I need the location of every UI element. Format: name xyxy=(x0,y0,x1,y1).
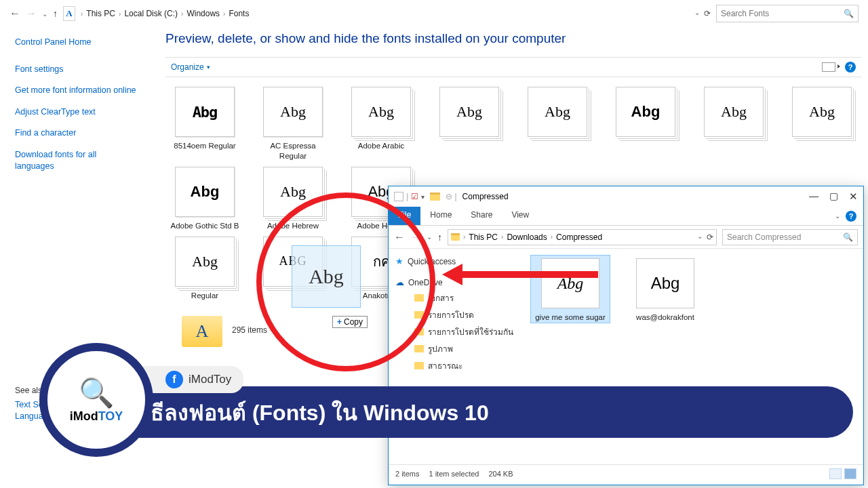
font-item[interactable]: AbgAdobe Gothic Std B xyxy=(165,167,244,231)
fonts-location-icon: A xyxy=(63,6,75,21)
breadcrumb[interactable]: › This PC› Local Disk (C:)› Windows› Fon… xyxy=(81,9,689,18)
details-view-icon[interactable] xyxy=(829,468,842,479)
search-icon: 🔍 xyxy=(843,232,853,242)
up-button[interactable]: ↑ xyxy=(53,8,58,19)
help-icon[interactable]: ? xyxy=(846,211,856,222)
star-icon: ★ xyxy=(395,256,403,266)
address-dropdown-icon[interactable]: ⌄ xyxy=(697,232,703,242)
address-dropdown-icon[interactable]: ⌄ xyxy=(694,9,700,18)
item-count: 295 items xyxy=(232,325,267,335)
font-sample: Abg xyxy=(263,87,323,137)
title-banner: วิธีลงฟอนต์ (Fonts) ใน Windows 10 xyxy=(121,386,853,438)
maximize-button[interactable]: ▢ xyxy=(829,190,838,203)
font-sample: Abg xyxy=(792,87,852,137)
font-label: AC Espressa Regular xyxy=(256,141,330,161)
tab-share[interactable]: Share xyxy=(461,207,502,225)
refresh-icon[interactable]: ⟳ xyxy=(704,9,711,18)
close-button[interactable]: ✕ xyxy=(849,190,858,203)
status-bar: 2 items 1 item selected 204 KB xyxy=(389,464,863,482)
breadcrumb[interactable]: › This PC› Downloads› Compressed ⌄ ⟳ xyxy=(448,229,717,245)
address-bar: ← → ⌄ ↑ A › This PC› Local Disk (C:)› Wi… xyxy=(0,0,868,27)
font-item[interactable]: AbgRegular xyxy=(165,237,244,301)
font-sample: Abg xyxy=(528,87,587,137)
sidebar-item-more-font-info[interactable]: Get more font information online xyxy=(15,85,137,97)
font-label: Adobe Arabic xyxy=(358,141,404,151)
tab-view[interactable]: View xyxy=(502,207,538,225)
large-icons-view-icon[interactable] xyxy=(844,468,856,479)
sidebar-item-find-character[interactable]: Find a character xyxy=(15,127,137,140)
organize-button[interactable]: Organize▾ xyxy=(171,62,210,72)
folder-icon xyxy=(414,328,424,336)
forward-button[interactable]: → xyxy=(410,231,421,243)
sidebar-item-download-fonts[interactable]: Download fonts for all languages xyxy=(15,149,137,173)
onedrive-icon: ☁ xyxy=(395,277,404,287)
folder-icon xyxy=(414,311,424,319)
font-item[interactable]: Abg xyxy=(518,87,597,161)
title-bar[interactable]: | ☑ ▾ ⊖ | Compressed — ▢ ✕ xyxy=(389,186,863,207)
font-sample: Abg xyxy=(704,87,764,137)
ribbon-collapse-icon[interactable]: ⌄ xyxy=(835,212,840,220)
font-sample: Abg xyxy=(616,87,675,137)
control-panel-home-link[interactable]: Control Panel Home xyxy=(15,37,137,49)
font-item[interactable]: AbgAdobe Arabic xyxy=(342,87,420,161)
copy-badge: + Copy xyxy=(332,316,368,328)
file-label: was@dokrakfont xyxy=(636,312,694,323)
font-item[interactable]: Abg xyxy=(783,87,861,161)
tab-file[interactable]: File xyxy=(389,207,420,225)
font-item[interactable]: Abg xyxy=(606,87,685,161)
facebook-icon: f xyxy=(165,371,183,388)
up-button[interactable]: ↑ xyxy=(437,232,442,243)
page-title: Preview, delete, or show and hide the fo… xyxy=(165,31,861,46)
font-sample: Abg xyxy=(175,237,235,287)
sidebar-item-cleartype[interactable]: Adjust ClearType text xyxy=(15,106,137,119)
folder-icon xyxy=(414,345,424,352)
font-item[interactable]: ABG xyxy=(254,237,332,301)
search-input[interactable]: Search Fonts 🔍 xyxy=(716,5,859,22)
logo-badge: 🔍 iModTOY xyxy=(39,343,153,457)
font-sample: ABG xyxy=(263,237,323,287)
refresh-icon[interactable]: ⟳ xyxy=(707,232,713,242)
font-label: Adobe Gothic Std B xyxy=(170,221,239,231)
font-item[interactable]: AbgAdobe Hebrew xyxy=(254,167,332,231)
fonts-folder-thumbnail: A xyxy=(182,316,222,347)
history-dropdown-icon[interactable]: ⌄ xyxy=(427,233,432,241)
font-sample: Abg xyxy=(175,167,235,217)
font-item[interactable]: Abg xyxy=(694,87,773,161)
qat-check-icon[interactable]: ☑ xyxy=(411,192,418,201)
file-item[interactable]: Abgwas@dokrakfont xyxy=(626,256,705,323)
minimize-button[interactable]: — xyxy=(809,190,818,203)
plus-icon: + xyxy=(337,317,342,327)
folder-icon xyxy=(414,294,424,302)
folder-icon xyxy=(430,192,440,201)
font-item[interactable]: Abg8514oem Regular xyxy=(165,87,244,161)
qat-icon[interactable] xyxy=(394,192,403,201)
font-item[interactable]: Abg xyxy=(430,87,509,161)
font-label: 8514oem Regular xyxy=(174,141,235,151)
back-button[interactable]: ← xyxy=(394,231,405,243)
explorer-window-compressed[interactable]: | ☑ ▾ ⊖ | Compressed — ▢ ✕ File Home Sha… xyxy=(388,186,864,485)
forward-button[interactable]: → xyxy=(26,7,37,20)
file-item[interactable]: Abggive me some sugar xyxy=(531,256,610,323)
history-dropdown-icon[interactable]: ⌄ xyxy=(42,10,47,18)
tab-home[interactable]: Home xyxy=(420,207,461,225)
view-options-icon[interactable] xyxy=(822,62,835,72)
toolbar: Organize▾ ? xyxy=(165,57,861,77)
search-input[interactable]: Search Compressed 🔍 xyxy=(722,229,858,245)
font-label: Adobe Hebrew xyxy=(267,221,319,231)
folder-icon xyxy=(414,362,424,369)
help-icon[interactable]: ? xyxy=(845,62,856,73)
magnifier-icon: 🔍 xyxy=(79,376,114,409)
font-sample: Abg xyxy=(439,87,499,137)
font-sample: Abg xyxy=(175,87,235,137)
folder-icon xyxy=(451,233,460,241)
file-sample: Abg xyxy=(541,258,599,308)
window-title: Compressed xyxy=(462,192,509,201)
font-label: Regular xyxy=(191,291,218,301)
font-sample: Abg xyxy=(263,167,323,217)
file-sample: Abg xyxy=(636,258,694,308)
back-button[interactable]: ← xyxy=(9,7,20,20)
font-item[interactable]: AbgAC Espressa Regular xyxy=(254,87,332,161)
font-sample: Abg xyxy=(351,87,411,137)
author-pill: f iModToy xyxy=(142,366,243,393)
sidebar-item-font-settings[interactable]: Font settings xyxy=(15,64,137,76)
